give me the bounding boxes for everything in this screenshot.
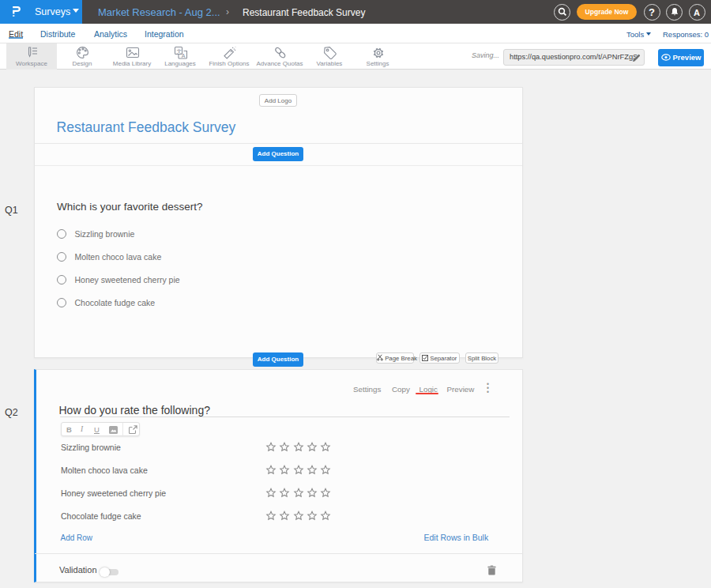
- svg-text:A: A: [182, 53, 186, 58]
